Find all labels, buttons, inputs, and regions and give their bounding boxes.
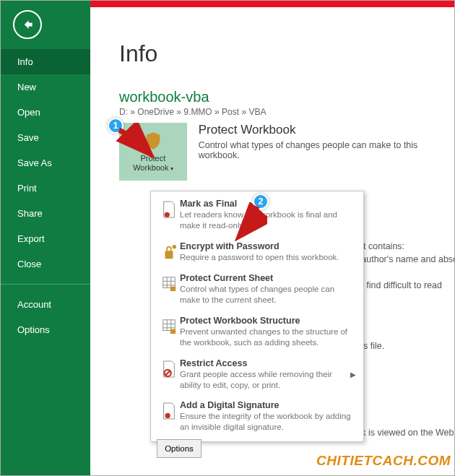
mark-final-icon [158,199,180,219]
protect-workbook-button[interactable]: ProtectWorkbook▾ [119,123,187,181]
menu-item-desc: Control what types of changes people can… [180,284,356,306]
nav-info[interactable]: Info [0,49,90,74]
nav-separator [0,284,90,285]
svg-point-2 [173,245,177,249]
dropdown-caret-icon: ▾ [170,165,173,172]
window-accent-bar [90,0,455,7]
menu-protect-sheet[interactable]: Protect Current SheetControl what types … [151,269,363,311]
nav-save[interactable]: Save [0,125,90,150]
menu-item-desc: Let readers know the workbook is final a… [180,209,356,231]
menu-item-desc: Grant people access while removing their… [180,369,346,391]
backstage-sidebar: Info New Open Save Save As Print Share E… [0,0,90,476]
section-description: Control what types of changes people can… [199,140,455,160]
restrict-icon [158,358,180,378]
menu-item-desc: Ensure the integrity of the workbook by … [180,411,356,433]
menu-item-title: Restrict Access [180,358,346,368]
file-name: workbook-vba [119,89,455,105]
menu-item-title: Protect Workbook Structure [180,316,356,326]
svg-rect-4 [170,286,176,290]
callout-1: 1 [108,118,124,134]
section-heading: Protect Workbook [199,123,455,137]
svg-rect-6 [170,329,176,333]
tile-label-1: Protect [140,154,165,163]
svg-rect-1 [165,251,173,259]
svg-point-0 [165,212,170,217]
tile-label-2: Workbook [133,163,168,172]
nav-open[interactable]: Open [0,100,90,125]
callout-2: 2 [253,194,269,209]
menu-restrict-access[interactable]: Restrict AccessGrant people access while… [151,354,363,397]
menu-protect-structure[interactable]: Protect Workbook StructurePrevent unwant… [151,311,363,354]
svg-rect-5 [163,320,176,331]
svg-point-8 [165,413,170,418]
nav-account[interactable]: Account [0,292,90,317]
browser-view-options-button[interactable]: Options [157,439,202,458]
menu-encrypt-password[interactable]: Encrypt with PasswordRequire a password … [151,237,363,269]
nav-share[interactable]: Share [0,201,90,226]
protect-workbook-menu: Mark as FinalLet readers know the workbo… [150,191,364,442]
svg-rect-3 [163,277,176,288]
nav-print[interactable]: Print [0,176,90,201]
signature-icon [158,400,180,420]
menu-digital-signature[interactable]: Add a Digital SignatureEnsure the integr… [151,396,363,438]
back-button[interactable] [13,10,42,39]
nav-close[interactable]: Close [0,251,90,277]
lock-key-icon [158,241,180,261]
shield-lock-icon [143,131,163,151]
menu-item-desc: Prevent unwanted changes to the structur… [180,326,356,348]
nav-options[interactable]: Options [0,317,90,342]
nav-new[interactable]: New [0,74,90,100]
workbook-lock-icon [158,316,180,336]
page-title: Info [119,40,455,67]
menu-item-title: Encrypt with Password [180,241,356,251]
file-path: D: » OneDrive » 9.MMO » Post » VBA [119,107,455,117]
back-arrow-icon [20,17,35,32]
sheet-lock-icon [158,273,180,293]
menu-item-desc: Require a password to open this workbook… [180,252,356,263]
watermark: CHITIETCACH.COM [316,453,451,469]
menu-item-title: Protect Current Sheet [180,273,356,283]
menu-item-title: Add a Digital Signature [180,400,356,410]
nav-save-as[interactable]: Save As [0,150,90,176]
submenu-arrow-icon: ▶ [346,371,356,378]
nav-export[interactable]: Export [0,226,90,251]
